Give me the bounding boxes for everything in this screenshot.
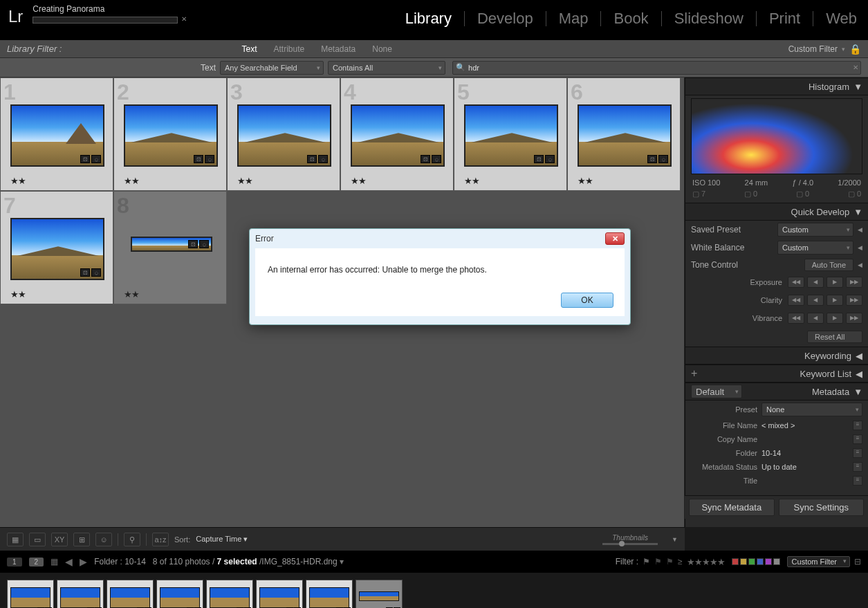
filmstrip-thumbnail[interactable]: ★★ bbox=[156, 580, 203, 608]
grid-thumbnail[interactable]: 6 ⊡⍜ ★★ bbox=[567, 77, 681, 191]
increase-large-button[interactable]: ▶▶ bbox=[846, 277, 862, 288]
sort-select[interactable]: Capture Time ▾ bbox=[196, 535, 248, 544]
expand-icon[interactable]: ◀ bbox=[858, 261, 862, 268]
grid-thumbnail[interactable]: 7 ⊡⍜ ★★ bbox=[0, 191, 113, 304]
module-develop[interactable]: Develop bbox=[473, 10, 537, 28]
reset-all-button[interactable]: Reset All bbox=[807, 331, 862, 343]
rating-stars[interactable]: ★★ bbox=[10, 289, 26, 300]
rating-stars[interactable]: ★★ bbox=[237, 176, 252, 186]
expand-icon[interactable]: ◀ bbox=[856, 351, 862, 361]
custom-filter-label[interactable]: Custom Filter bbox=[788, 44, 838, 54]
color-label-swatch[interactable] bbox=[732, 558, 739, 565]
module-web[interactable]: Web bbox=[822, 10, 861, 28]
increase-large-button[interactable]: ▶▶ bbox=[846, 313, 862, 324]
rating-stars[interactable]: ★★ bbox=[351, 176, 366, 186]
decrease-button[interactable]: ◀ bbox=[807, 277, 824, 288]
filmstrip-thumbnail[interactable]: ★★ bbox=[57, 580, 104, 608]
sync-settings-button[interactable]: Sync Settings bbox=[779, 499, 865, 516]
thumbnail-size-slider[interactable] bbox=[602, 543, 658, 545]
painter-icon[interactable]: ⚲ bbox=[124, 533, 140, 546]
compare-view-icon[interactable]: XY bbox=[51, 533, 68, 546]
auto-tone-button[interactable]: Auto Tone bbox=[804, 259, 853, 271]
grid-thumbnail[interactable]: 1 ⊡⍜ ★★ bbox=[0, 77, 113, 191]
decrease-large-button[interactable]: ◀◀ bbox=[788, 295, 804, 306]
metadata-action-icon[interactable]: ≡ bbox=[853, 434, 862, 444]
second-window-icon[interactable]: ▦ bbox=[50, 557, 58, 566]
metadata-field-value[interactable]: < mixed > bbox=[761, 421, 849, 430]
metadata-action-icon[interactable]: ≡ bbox=[853, 462, 862, 472]
flag-reject-icon[interactable]: ⚑ bbox=[666, 557, 674, 566]
sort-direction-icon[interactable]: a↕z bbox=[152, 533, 169, 546]
back-icon[interactable]: ◀ bbox=[65, 556, 73, 567]
grid-thumbnail[interactable]: 5 ⊡⍜ ★★ bbox=[454, 77, 567, 191]
metadata-header[interactable]: Metadata bbox=[812, 387, 849, 397]
folder-crumb[interactable]: Folder : 10-14 bbox=[94, 557, 146, 566]
increase-button[interactable]: ▶ bbox=[827, 313, 843, 324]
module-slideshow[interactable]: Slideshow bbox=[670, 10, 748, 28]
filter-lock-icon[interactable]: ⊟ bbox=[854, 557, 861, 566]
close-icon[interactable]: ✕ bbox=[605, 232, 625, 245]
page-2-button[interactable]: 2 bbox=[29, 558, 44, 566]
flag-unflag-icon[interactable]: ⚑ bbox=[654, 557, 662, 566]
metadata-preset-select[interactable]: None bbox=[761, 403, 862, 416]
rating-stars[interactable]: ★★ bbox=[10, 176, 26, 186]
filmstrip-thumbnail[interactable]: ★★ bbox=[7, 580, 54, 608]
filmstrip-thumbnail[interactable]: ★★ bbox=[306, 580, 353, 608]
keyword-list-header[interactable]: Keyword List bbox=[800, 369, 851, 379]
color-label-swatch[interactable] bbox=[748, 558, 755, 565]
metadata-action-icon[interactable]: ≡ bbox=[853, 448, 862, 458]
rating-filter[interactable]: ★★★★★ bbox=[687, 557, 725, 567]
sync-metadata-button[interactable]: Sync Metadata bbox=[689, 499, 775, 516]
increase-button[interactable]: ▶ bbox=[827, 295, 843, 306]
filmstrip-thumbnail[interactable]: ★★ bbox=[355, 580, 403, 608]
color-label-swatch[interactable] bbox=[773, 558, 780, 565]
search-match-select[interactable]: Contains All bbox=[328, 61, 445, 75]
flag-pick-icon[interactable]: ⚑ bbox=[643, 557, 650, 566]
increase-button[interactable]: ▶ bbox=[827, 277, 843, 288]
collapse-icon[interactable]: ▼ bbox=[853, 207, 862, 217]
rating-stars[interactable]: ★★ bbox=[124, 176, 139, 186]
grid-thumbnail[interactable]: 2 ⊡⍜ ★★ bbox=[113, 77, 227, 191]
search-field-select[interactable]: Any Searchable Field bbox=[220, 61, 324, 75]
search-input[interactable]: 🔍 hdr ✕ bbox=[452, 61, 861, 75]
metadata-field-value[interactable]: Up to date bbox=[761, 463, 849, 471]
filmstrip-thumbnail[interactable]: ★★ bbox=[206, 580, 253, 608]
filter-menu-icon[interactable]: ▾ bbox=[842, 46, 845, 53]
lock-icon[interactable]: 🔒 bbox=[849, 44, 861, 55]
libfilter-tab-attribute[interactable]: Attribute bbox=[273, 44, 304, 54]
keywording-header[interactable]: Keywording bbox=[804, 351, 851, 361]
color-label-swatch[interactable] bbox=[765, 558, 772, 565]
decrease-large-button[interactable]: ◀◀ bbox=[788, 277, 804, 288]
decrease-button[interactable]: ◀ bbox=[807, 313, 824, 324]
module-map[interactable]: Map bbox=[555, 10, 593, 28]
grid-thumbnail[interactable]: 4 ⊡⍜ ★★ bbox=[340, 77, 454, 191]
rating-stars[interactable]: ★★ bbox=[578, 176, 593, 186]
grid-thumbnail[interactable]: 3 ⊡⍜ ★★ bbox=[227, 77, 340, 191]
grid-view-icon[interactable]: ▦ bbox=[7, 533, 24, 546]
collapse-icon[interactable]: ▼ bbox=[853, 387, 862, 397]
collapse-icon[interactable]: ▼ bbox=[853, 82, 862, 92]
libfilter-tab-metadata[interactable]: Metadata bbox=[321, 44, 355, 54]
page-1-button[interactable]: 1 bbox=[7, 558, 22, 566]
metadata-mode-select[interactable]: Default bbox=[691, 385, 742, 398]
forward-icon[interactable]: ▶ bbox=[80, 556, 87, 567]
color-label-swatch[interactable] bbox=[757, 558, 764, 565]
libfilter-tab-none[interactable]: None bbox=[372, 44, 392, 54]
module-library[interactable]: Library bbox=[401, 10, 456, 28]
saved-preset-select[interactable]: Custom bbox=[777, 223, 853, 237]
module-book[interactable]: Book bbox=[609, 10, 652, 28]
ok-button[interactable]: OK bbox=[561, 293, 613, 308]
clear-search-icon[interactable]: ✕ bbox=[853, 64, 858, 71]
metadata-action-icon[interactable]: ≡ bbox=[853, 421, 862, 430]
module-print[interactable]: Print bbox=[765, 10, 804, 28]
decrease-large-button[interactable]: ◀◀ bbox=[788, 313, 804, 324]
survey-view-icon[interactable]: ⊞ bbox=[73, 533, 90, 546]
quick-develop-header[interactable]: Quick Develop bbox=[791, 207, 850, 217]
grid-thumbnail[interactable]: 8 ⊡⍜ ★★ bbox=[113, 191, 227, 304]
custom-filter-select[interactable]: Custom Filter bbox=[787, 556, 850, 567]
expand-icon[interactable]: ◀ bbox=[856, 369, 862, 379]
people-view-icon[interactable]: ☺ bbox=[95, 533, 112, 546]
metadata-action-icon[interactable]: ≡ bbox=[853, 476, 862, 486]
expand-icon[interactable]: ◀ bbox=[858, 244, 862, 251]
decrease-button[interactable]: ◀ bbox=[807, 295, 824, 306]
